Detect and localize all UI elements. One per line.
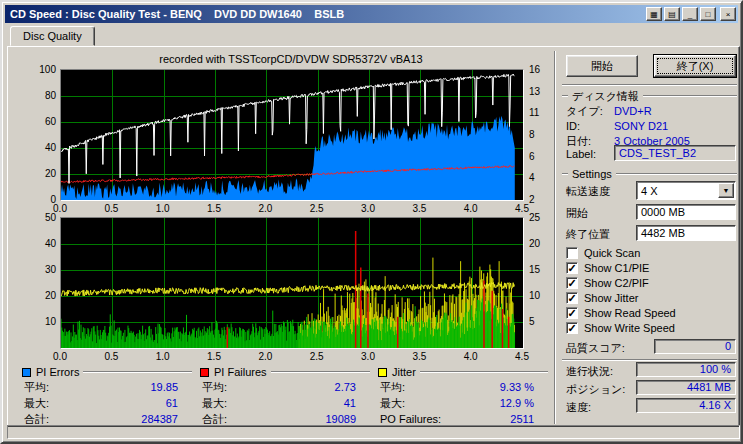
axis-tick: 1.5 [199,351,229,362]
quality-score-value: 0 [725,340,731,352]
axis-tick: 10 [529,290,555,301]
legend-stat-label: 最大: [380,395,405,411]
axis-tick: 15 [529,264,555,275]
minimize-button[interactable]: _ [682,7,698,21]
disc-type-row: タイプ: DVD+R [566,104,736,118]
axis-tick: 4 [529,172,555,183]
axis-tick: 3.5 [404,351,434,362]
disc-label-field: CDS_TEST_B2 [614,145,736,161]
axis-tick: 25 [529,212,555,223]
disc-type-value: DVD+R [614,104,652,118]
axis-tick: 20 [24,168,56,179]
legend-stat-row: 平均:19.85 [22,379,192,395]
titlebar: CD Speed : Disc Quality Test - BENQ DVD … [5,5,738,23]
legend-title: PI Failures [214,366,271,378]
checkbox-show-c1-pie[interactable]: ✓ [566,262,578,274]
axis-tick: 4.5 [507,351,537,362]
axis-tick: 5 [529,316,555,327]
exit-button[interactable]: 終了(X) [654,55,736,77]
disc-info-title: ディスク情報 [568,89,643,104]
tabstrip: Disc Quality [10,26,95,46]
axis-tick: 2.5 [302,351,332,362]
checkbox-row-show-jitter[interactable]: ✓Show Jitter [566,290,737,305]
checkbox-row-show-write-speed[interactable]: ✓Show Write Speed [566,320,737,335]
separator [562,84,737,86]
position-label: ポジション: [566,382,625,396]
axis-tick: 11 [529,107,555,118]
separator [562,359,737,361]
checkbox-show-c2-pif[interactable]: ✓ [566,277,578,289]
disc-type-label: タイプ: [566,104,614,118]
scan-options: Quick Scan✓Show C1/PIE✓Show C2/PIF✓Show … [566,245,737,335]
start-button[interactable]: 開始 [566,55,638,77]
legend-stat-label: 平均: [24,379,49,395]
checkbox-label-show-write-speed: Show Write Speed [584,322,675,334]
legend-stat-label: 平均: [380,379,405,395]
start-position-field[interactable]: 0000 MB [636,204,736,220]
chart-area: recorded with TSSTcorpCD/DVDW SDR5372V v… [8,47,553,428]
legend-stat-row: 最大:41 [200,395,370,411]
status-bar [7,425,740,439]
speed-value: 4 X [641,184,658,198]
axis-tick: 20 [529,238,555,249]
disc-info-header: ディスク情報 [562,90,737,102]
titlebar-panel-icon-2[interactable]: ▤ [664,7,680,21]
checkbox-row-quick-scan[interactable]: Quick Scan [566,245,737,260]
legend-stat-value: 19.85 [150,379,192,395]
axis-tick: 2.0 [250,351,280,362]
maximize-button[interactable]: □ [700,7,716,21]
legend-stat-value: 12.9 % [500,395,548,411]
axis-tick: 1.5 [199,203,229,214]
titlebar-panel-icon-1[interactable]: ▦ [646,7,662,21]
end-position-field[interactable]: 4482 MB [636,225,736,241]
checkbox-show-jitter[interactable]: ✓ [566,292,578,304]
legend-stat-row: 最大:61 [22,395,192,411]
axis-tick: 4.0 [456,203,486,214]
disc-quality-page: recorded with TSSTcorpCD/DVDW SDR5372V v… [7,46,740,427]
checkbox-row-show-read-speed[interactable]: ✓Show Read Speed [566,305,737,320]
axis-tick: 8 [529,129,555,140]
settings-header: Settings [562,168,737,180]
app-window: CD Speed : Disc Quality Test - BENQ DVD … [0,0,743,444]
start-position-value: 0000 MB [641,206,685,218]
axis-tick: 40 [24,142,56,153]
disc-id-row: ID: SONY D21 [566,119,736,133]
checkbox-show-read-speed[interactable]: ✓ [566,307,578,319]
axis-tick: 3.5 [404,203,434,214]
axis-tick: 3.0 [353,351,383,362]
checkbox-quick-scan[interactable] [566,247,578,259]
legend-title: Jitter [392,366,420,378]
progress-field: 100 % [636,362,736,377]
legend-swatch-icon [200,368,209,377]
group-line [643,95,737,97]
axis-tick: 10 [24,316,56,327]
close-button[interactable]: × [720,7,736,21]
checkbox-row-show-c2-pif[interactable]: ✓Show C2/PIF [566,275,737,290]
axis-tick: 13 [529,86,555,97]
axis-tick: 60 [24,116,56,127]
checkbox-row-show-c1-pie[interactable]: ✓Show C1/PIE [566,260,737,275]
legend-stat-value: 61 [166,395,192,411]
speed-current-label: 速度: [566,400,591,414]
disc-label-label: Label: [566,147,614,161]
disc-id-label: ID: [566,119,614,133]
legend-header: Jitter [378,365,548,379]
disc-date-label: 日付: [566,134,614,148]
speed-select[interactable]: 4 X ▼ [636,181,736,200]
legend-line [420,371,548,373]
axis-tick: 30 [24,264,56,275]
checkbox-show-write-speed[interactable]: ✓ [566,322,578,334]
legend-line [271,371,370,373]
axis-tick: 0.0 [45,351,75,362]
axis-tick: 16 [529,64,555,75]
chevron-down-icon[interactable]: ▼ [718,183,734,198]
tab-disc-quality[interactable]: Disc Quality [10,26,95,46]
legend-stat-label: 平均: [202,379,227,395]
legend-stat-value: 9.33 % [500,379,548,395]
axis-tick: 4.0 [456,351,486,362]
spacer [227,395,344,411]
spacer [227,379,335,395]
checkbox-label-quick-scan: Quick Scan [584,247,640,259]
speed-label: 転送速度 [566,184,610,198]
pie-chart-plot [60,69,524,201]
